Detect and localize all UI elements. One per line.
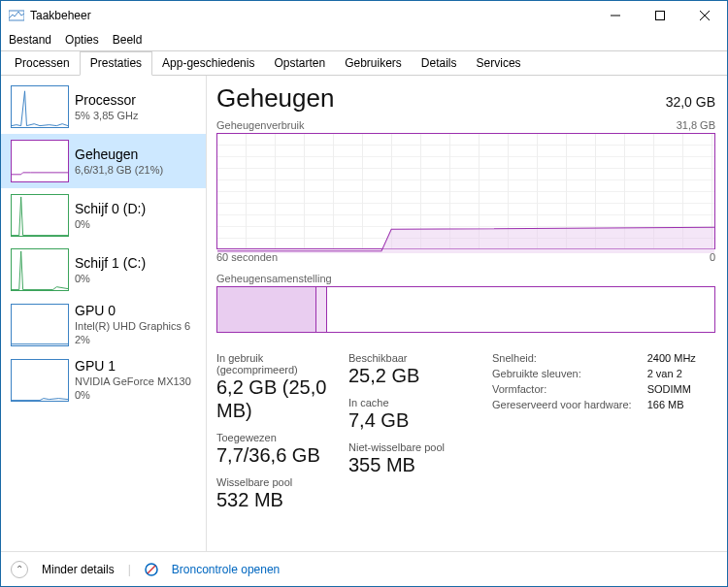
stat-committed-label: Toegewezen [216,432,331,443]
stat-inuse-value: 6,2 GB (25,0 MB) [216,375,331,422]
stat-paged-value: 532 MB [216,488,331,511]
memory-composition-bar[interactable] [216,286,715,333]
memory-usage-graph[interactable] [216,133,715,249]
sidebar-disk1-sub: 0% [75,272,146,285]
maximize-button[interactable] [638,1,682,30]
resource-monitor-link[interactable]: Broncontrole openen [172,563,280,576]
svg-rect-2 [656,11,665,19]
spec-form-value: SODIMM [647,383,696,395]
sidebar-item-cpu[interactable]: Processor 5% 3,85 GHz [1,80,206,134]
sidebar-gpu0-sub: Intel(R) UHD Graphics 6 [75,319,190,333]
sidebar-gpu1-title: GPU 1 [75,358,191,374]
menu-view[interactable]: Beeld [113,33,143,47]
spec-reserved-value: 166 MB [647,399,696,410]
sidebar-memory-sub: 6,6/31,8 GB (21%) [75,163,163,177]
tab-details[interactable]: Details [412,52,467,75]
sidebar-item-disk0[interactable]: Schijf 0 (D:) 0% [1,188,206,243]
menu-file[interactable]: Bestand [9,33,51,47]
page-title: Geheugen [216,83,334,114]
spec-slots-label: Gebruikte sleuven: [492,368,632,379]
window-title: Taakbeheer [30,9,91,22]
sidebar-gpu0-sub2: 2% [75,333,190,346]
spec-slots-value: 2 van 2 [647,368,696,379]
sidebar-item-memory[interactable]: Geheugen 6,6/31,8 GB (21%) [1,134,206,188]
close-button[interactable] [682,1,727,30]
menubar: Bestand Opties Beeld [1,29,727,50]
stat-available-label: Beschikbaar [348,352,475,364]
sidebar-disk0-sub: 0% [75,217,146,231]
task-manager-window: Taakbeheer Bestand Opties Beeld Processe… [0,0,728,587]
stat-committed-value: 7,7/36,6 GB [216,443,331,467]
minimize-button[interactable] [593,1,638,30]
graph-label-right: 31,8 GB [677,119,715,131]
sidebar-gpu0-title: GPU 0 [75,303,190,318]
content-body: Processor 5% 3,85 GHz Geheugen 6,6/31,8 … [1,76,727,551]
menu-options[interactable]: Opties [65,33,99,47]
composition-label: Geheugensamenstelling [216,273,715,284]
stat-cached-label: In cache [348,397,475,408]
sidebar-gpu1-sub2: 0% [75,388,191,402]
tabsbar: Processen Prestaties App-geschiedenis Op… [1,50,727,76]
sidebar-cpu-title: Processor [75,92,138,108]
tab-startup[interactable]: Opstarten [264,52,335,75]
sidebar-gpu1-sub: NVIDIA GeForce MX130 [75,375,191,388]
tab-app-history[interactable]: App-geschiedenis [152,52,264,75]
tab-users[interactable]: Gebruikers [335,52,412,75]
tab-services[interactable]: Services [467,52,531,75]
chevron-up-icon[interactable]: ⌃ [11,561,28,578]
sidebar-item-disk1[interactable]: Schijf 1 (C:) 0% [1,243,206,297]
footer: ⌃ Minder details | Broncontrole openen [1,551,727,586]
spec-speed-label: Snelheid: [492,352,632,364]
spec-reserved-label: Gereserveerd voor hardware: [492,399,632,410]
spec-form-label: Vormfactor: [492,383,632,395]
sidebar-item-gpu0[interactable]: GPU 0 Intel(R) UHD Graphics 6 2% [1,297,206,352]
stat-nonpaged-value: 355 MB [348,453,475,476]
tab-processes[interactable]: Processen [5,52,80,75]
fewer-details-link[interactable]: Minder details [42,563,115,576]
spec-speed-value: 2400 MHz [647,352,696,364]
performance-sidebar: Processor 5% 3,85 GHz Geheugen 6,6/31,8 … [1,76,207,551]
stat-paged-label: Wisselbare pool [216,476,331,488]
sidebar-item-gpu1[interactable]: GPU 1 NVIDIA GeForce MX130 0% [1,352,206,408]
app-icon [9,8,24,23]
sidebar-disk0-title: Schijf 0 (D:) [75,201,146,216]
sidebar-cpu-sub: 5% 3,85 GHz [75,109,138,122]
memory-specs: Snelheid: 2400 MHz Gebruikte sleuven: 2 … [492,352,696,511]
tab-performance[interactable]: Prestaties [80,51,152,76]
main-panel: Geheugen 32,0 GB Geheugenverbruik 31,8 G… [207,76,727,551]
stat-cached-value: 7,4 GB [348,408,475,432]
svg-marker-5 [217,227,714,253]
svg-line-7 [148,566,155,573]
page-total: 32,0 GB [666,94,715,110]
stat-available-value: 25,2 GB [348,364,475,387]
stat-inuse-label: In gebruik (gecomprimeerd) [216,352,331,375]
stat-nonpaged-label: Niet-wisselbare pool [348,441,475,453]
sidebar-memory-title: Geheugen [75,147,163,162]
graph-label-left: Geheugenverbruik [216,119,305,131]
sidebar-disk1-title: Schijf 1 (C:) [75,255,146,271]
titlebar: Taakbeheer [1,0,727,29]
resource-monitor-icon [145,563,158,576]
